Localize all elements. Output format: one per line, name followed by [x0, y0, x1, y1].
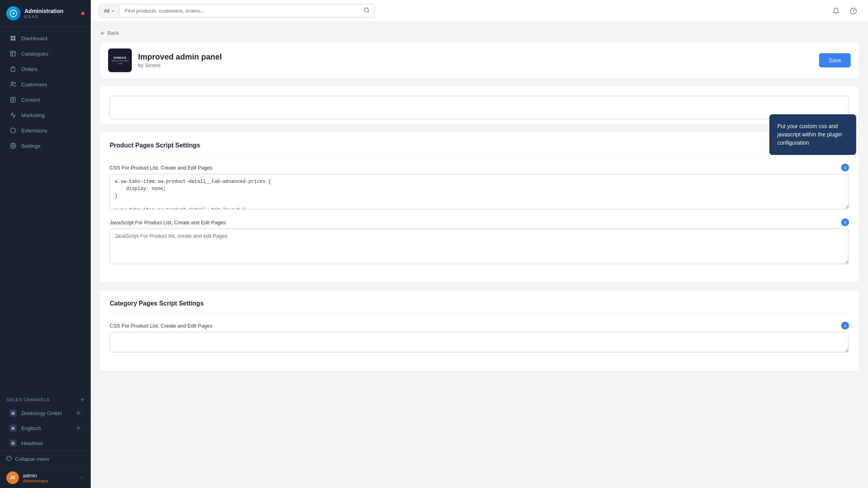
sidebar-item-content[interactable]: Content	[3, 92, 88, 107]
svg-rect-1	[11, 36, 13, 38]
js-field-label: JavaScript For Product List, Create and …	[110, 220, 226, 225]
search-icon	[363, 7, 370, 13]
user-section[interactable]: JK admin Administrator	[0, 467, 91, 488]
svg-point-6	[11, 82, 13, 84]
chevron-down-icon	[111, 9, 115, 13]
previous-section-card	[100, 86, 859, 125]
css-info-icon[interactable]: i	[841, 164, 849, 171]
category-pages-section-title: Category Pages Script Settings	[110, 300, 849, 314]
js-product-pages-textarea[interactable]	[110, 229, 849, 264]
user-avatar: JK	[6, 471, 19, 484]
marketing-icon	[9, 112, 17, 119]
drinkology-icon	[9, 410, 17, 417]
back-link[interactable]: Back	[100, 30, 859, 36]
customers-icon	[9, 81, 17, 88]
app-name: Administration	[24, 8, 77, 14]
notification-dot	[81, 12, 84, 15]
orders-icon	[9, 65, 17, 73]
plugin-logo-text: SINEOS	[113, 56, 126, 60]
svg-rect-3	[11, 39, 13, 41]
product-pages-section-card: Product Pages Script Settings CSS For Pr…	[100, 132, 859, 283]
plugin-logo-sub: Verbessertes Admin Panel	[110, 60, 129, 65]
user-role: Administrator	[23, 479, 76, 483]
sidebar-item-dashboard[interactable]: Dashboard	[3, 31, 88, 46]
category-css-field-label: CSS For Product List, Create and Edit Pa…	[110, 323, 212, 329]
category-css-info-icon[interactable]: i	[841, 322, 849, 330]
user-info: admin Administrator	[23, 473, 76, 483]
css-product-pages-textarea[interactable]	[110, 174, 849, 209]
save-button[interactable]: Save	[819, 53, 851, 67]
category-css-field-group: CSS For Product List, Create and Edit Pa…	[110, 322, 849, 354]
search-filter-label: All	[104, 8, 109, 14]
sales-channels-header: Sales Channels +	[0, 390, 91, 406]
css-field-label: CSS For Product List, Create and Edit Pa…	[110, 165, 212, 171]
headless-icon	[9, 440, 17, 447]
add-sales-channel-icon[interactable]: +	[80, 396, 84, 403]
drinkology-visibility-icon[interactable]: 👁	[76, 410, 81, 416]
sidebar-item-catalogues-label: Catalogues	[21, 51, 48, 57]
back-arrow-icon	[100, 30, 106, 36]
catalogue-icon	[9, 50, 17, 57]
svg-rect-5	[11, 51, 15, 56]
js-field-label-row: JavaScript For Product List, Create and …	[110, 218, 849, 226]
search-submit-btn[interactable]	[359, 4, 374, 17]
sidebar-item-dashboard-label: Dashboard	[21, 35, 47, 41]
sidebar-item-customers[interactable]: Customers	[3, 77, 88, 92]
previous-section-textarea[interactable]	[110, 96, 849, 119]
svg-rect-2	[13, 36, 15, 38]
sidebar-item-marketing-label: Marketing	[21, 112, 45, 118]
sidebar-item-headless[interactable]: Headless	[3, 436, 88, 450]
tooltip-text: Put your custom css and javascript withi…	[777, 123, 842, 146]
app-info: Administration 6.6.4.0	[24, 8, 77, 19]
sidebar-item-settings[interactable]: Settings	[3, 138, 88, 153]
search-filter-btn[interactable]: All	[99, 5, 120, 17]
sidebar-item-marketing[interactable]: Marketing	[3, 108, 88, 123]
tooltip-box: Put your custom css and javascript withi…	[769, 114, 856, 155]
englisch-label: Englisch	[21, 425, 41, 431]
plugin-title: Improved admin panel	[138, 52, 813, 61]
topbar-actions	[829, 4, 860, 18]
search-container: All	[99, 4, 375, 18]
help-btn[interactable]	[847, 4, 860, 18]
svg-point-7	[14, 82, 15, 84]
search-input[interactable]	[120, 5, 359, 17]
plugin-title-area: Improved admin panel by Sineos	[138, 52, 813, 68]
content-icon	[9, 96, 17, 103]
sidebar-item-catalogues[interactable]: Catalogues	[3, 46, 88, 61]
bell-icon	[832, 7, 840, 15]
product-pages-section-title: Product Pages Script Settings	[110, 142, 849, 156]
sidebar: Administration 6.6.4.0 Dashboard Catalog…	[0, 0, 91, 488]
js-info-icon[interactable]: i	[841, 218, 849, 226]
dashboard-icon	[9, 35, 17, 42]
sidebar-item-settings-label: Settings	[21, 143, 41, 149]
main-content: All Back SINEOS Verbessertes Ad	[91, 0, 868, 488]
notifications-btn[interactable]	[829, 4, 843, 18]
sidebar-item-extensions-label: Extensions	[21, 128, 47, 134]
drinkology-label: Drinkology GmbH	[21, 410, 62, 416]
collapse-icon	[6, 456, 12, 462]
englisch-visibility-icon[interactable]: 👁	[76, 425, 81, 431]
collapse-menu-btn[interactable]: Collapse menu	[0, 451, 91, 467]
sidebar-item-orders[interactable]: Orders	[3, 61, 88, 76]
page-header: SINEOS Verbessertes Admin Panel Improved…	[100, 42, 859, 78]
content-area: Back SINEOS Verbessertes Admin Panel Imp…	[91, 22, 868, 488]
plugin-logo: SINEOS Verbessertes Admin Panel	[108, 48, 132, 72]
extensions-icon	[9, 127, 17, 134]
englisch-icon	[9, 425, 17, 432]
back-label: Back	[107, 30, 119, 36]
user-chevron-icon	[80, 475, 84, 481]
svg-point-11	[364, 8, 369, 12]
sidebar-item-drinkology[interactable]: Drinkology GmbH 👁	[3, 406, 88, 420]
svg-point-9	[12, 145, 14, 147]
sidebar-item-englisch[interactable]: Englisch 👁	[3, 421, 88, 435]
sidebar-item-extensions[interactable]: Extensions	[3, 123, 88, 138]
sales-channels-label: Sales Channels	[6, 397, 50, 402]
sidebar-item-customers-label: Customers	[21, 82, 47, 88]
sidebar-item-content-label: Content	[21, 97, 40, 103]
category-pages-section-card: Category Pages Script Settings CSS For P…	[100, 291, 859, 371]
css-field-group: CSS For Product List, Create and Edit Pa…	[110, 164, 849, 210]
app-logo	[6, 6, 21, 20]
settings-icon	[9, 142, 17, 149]
help-icon	[850, 7, 857, 15]
category-css-textarea[interactable]	[110, 332, 849, 352]
